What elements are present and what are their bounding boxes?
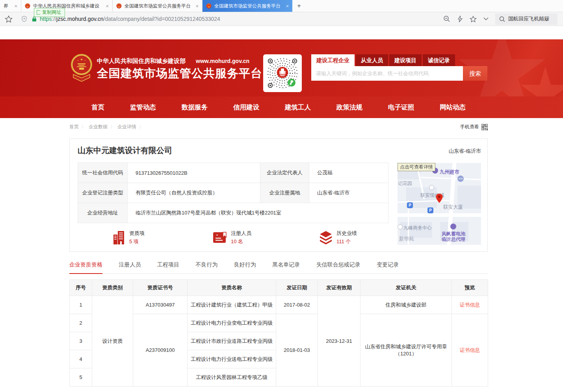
site-url: www.mohurd.gov.cn [196,58,249,64]
cell-issue-date: 2018-01-03 [276,314,318,386]
url-text[interactable]: https://jzsc.mohurd.gov.cn/data/company/… [40,16,220,22]
search-tab-project[interactable]: 建设项目 [389,54,422,66]
tab-label: 全国建筑市场监管公共服务平台 [124,3,191,9]
zoom-out-icon[interactable] [443,15,450,22]
tab-dishonesty-records[interactable]: 失信联合惩戒记录 [316,261,360,273]
tab-registered-personnel[interactable]: 注册人员 [119,261,141,273]
cell-no: 5 [70,368,92,386]
layers-icon [319,230,333,244]
mobile-view-toggle[interactable]: 手机查看 [460,124,488,130]
cell-name: 工程设计建筑行业（建筑工程）甲级 [188,296,276,314]
certificate-book-icon [212,230,227,244]
certificate-info-link[interactable]: 证书信息 [452,314,488,386]
credit-code-label: 统一社会信用代码 [78,163,128,183]
browser-tab-active[interactable]: 全国建筑市场监管公共服务平台 × [203,0,292,12]
cell-name: 工程设计风景园林工程专项乙级 [188,368,276,386]
tab-bad-behavior[interactable]: 不良行为 [195,261,217,273]
tab-qualifications[interactable]: 企业资质资格 [69,261,102,274]
table-row: 1 设计资质 A137030497 工程设计建筑行业（建筑工程）甲级 2017-… [70,296,488,314]
stat-registered-personnel[interactable]: 注册人员 10 名 [212,230,251,245]
stat-history-performance[interactable]: 历史业绩 111 个 [319,230,357,245]
tab-close-icon[interactable]: × [106,3,109,9]
nav-item-policy[interactable]: 政策法规 [336,96,362,118]
nav-item-workers[interactable]: 建筑工人 [285,96,311,118]
certificate-info-link[interactable]: 证书信息 [452,296,488,314]
nav-item-site-news[interactable]: 网站动态 [440,96,466,118]
breadcrumb-home[interactable]: 首页 [69,124,79,130]
cell-no: 3 [70,332,92,350]
shield-permissions-icon[interactable] [21,16,27,22]
chevron-down-icon[interactable] [483,17,489,20]
tab-change-records[interactable]: 变更记录 [377,261,399,273]
breadcrumb-company-data[interactable]: 企业数据 [89,124,108,130]
table-header-row: 序号 资质类别 资质证书号 资质名称 发证日期 发证有效期 发证机关 预览 [70,280,488,296]
tab-blacklist[interactable]: 黑名单记录 [272,261,300,273]
table-row: 统一社会信用代码 91371302675501022B 企业法定代表人 公茂福 [78,163,388,183]
stat-label: 资质项 [129,230,145,236]
reg-region-label: 企业注册属地 [260,183,309,203]
parking-icon: P [427,207,433,213]
mobile-view-label: 手机查看 [460,124,479,130]
parking-label: P [409,203,411,207]
tab-projects[interactable]: 工程项目 [157,261,179,273]
nav-item-home[interactable]: 首页 [91,96,104,118]
address-label: 企业经营地址 [78,203,128,223]
address-right-icons: 国航回应飞机颠簸 [443,13,563,25]
nav-item-credit[interactable]: 信用建设 [233,96,259,118]
tab-close-icon[interactable]: × [286,3,289,9]
header-search-module: 建设工程企业 从业人员 建设项目 诚信记录 搜索 [311,54,487,81]
cell-name: 工程设计电力行业变电工程专业丙级 [188,314,276,332]
building-poi-icon [429,185,434,190]
cell-no: 1 [70,296,92,314]
reg-region-value: 山东省-临沂市 [309,183,388,203]
map-tooltip: 点击可查看详情 [398,163,435,171]
table-row: 企业登记注册类型 有限责任公司（自然人投资或控股） 企业注册属地 山东省-临沂市 [78,183,388,203]
company-location-map[interactable]: 点击可查看详情 九州超市 ATM 记花园 联安现代城 P P 联安大厦 九峰商务… [398,163,481,245]
main-navigation: 首页 监管动态 数据服务 信用建设 建筑工人 政策法规 电子证照 网站动态 [0,96,563,118]
browser-tab-1[interactable]: 界 × [0,0,21,12]
search-row: 搜索 [311,66,487,81]
map-label-lianan-tower: 联安大厦 [443,204,463,211]
search-button[interactable]: 搜索 [463,66,487,81]
site-favicon-icon [116,3,122,9]
flash-save-icon[interactable] [457,15,463,22]
tab-good-behavior[interactable]: 良好行为 [234,261,256,273]
nav-item-data-service[interactable]: 数据服务 [182,96,208,118]
tab-label: 全国建筑市场监管公共服务平台 [214,3,281,9]
company-name: 山东中元建筑设计有限公司 [78,145,172,156]
search-tab-personnel[interactable]: 从业人员 [356,54,388,66]
nav-item-supervision[interactable]: 监管动态 [130,96,156,118]
search-category-tabs: 建设工程企业 从业人员 建设项目 诚信记录 [311,54,487,66]
search-tab-credit[interactable]: 诚信记录 [423,54,455,66]
col-header-issue-date: 发证日期 [276,280,318,296]
copy-url-tooltip: 复制网址 [34,8,65,17]
company-card: 山东中元建筑设计有限公司 山东省-临沂市 统一社会信用代码 9137130267… [69,139,488,252]
nav-item-e-license[interactable]: 电子证照 [388,96,414,118]
stat-label: 注册人员 [231,230,251,236]
bookmark-star-icon[interactable] [5,15,13,23]
stat-qualifications[interactable]: 资质项 5 项 [112,230,145,245]
col-header-name: 资质名称 [188,280,276,296]
tab-close-icon[interactable]: × [14,3,17,9]
map-label-supermarket: 九州超市 [440,169,459,176]
secure-lock-icon[interactable] [32,16,37,22]
favorite-star-icon[interactable] [470,16,477,22]
map-label-garden: 记花园 [398,180,412,187]
quick-search-box[interactable]: 国航回应飞机颠簸 [495,13,557,25]
breadcrumb-separator: 〉 [110,124,115,130]
map-label-xinhua: 新华苑 [399,235,414,242]
new-tab-button[interactable]: + [292,0,306,12]
tab-close-icon[interactable]: × [195,3,199,9]
breadcrumb-separator: 〉 [139,124,143,130]
company-stats: 资质项 5 项 注册人员 10 名 历史 [78,229,389,250]
keyword-search-input[interactable] [311,66,463,81]
ministry-label: 中华人民共和国住房和城乡建设部 [97,57,186,64]
cell-name: 工程设计电力行业送电工程专业丙级 [188,350,276,368]
cell-category: 设计资质 [92,296,133,386]
search-tab-enterprise[interactable]: 建设工程企业 [311,54,355,66]
stat-value: 5 项 [129,238,145,245]
browser-tab-3[interactable]: 全国建筑市场监管公共服务平台 × [113,0,203,12]
qualification-table: 序号 资质类别 资质证书号 资质名称 发证日期 发证有效期 发证机关 预览 1 … [69,279,488,386]
breadcrumb-separator: 〉 [82,124,86,130]
stat-value: 10 名 [231,238,251,245]
